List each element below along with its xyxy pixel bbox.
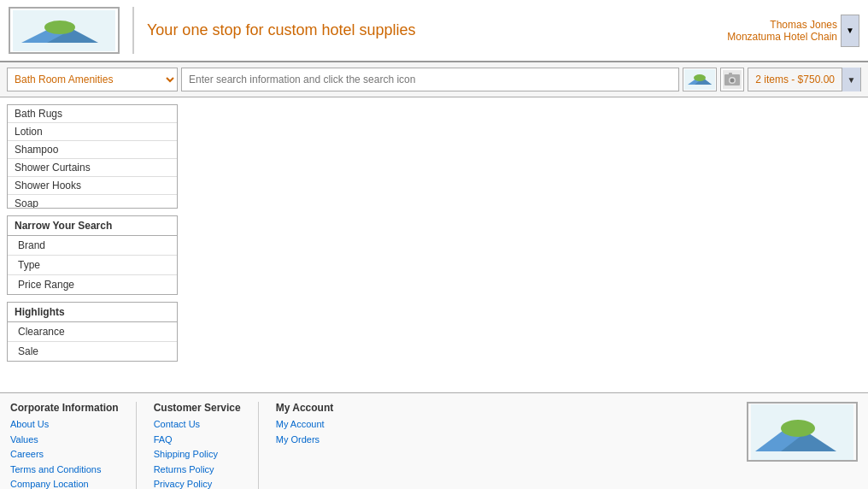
category-item[interactable]: Bath Rugs [8,105,177,123]
photo-icon-button[interactable] [720,68,744,91]
footer-link[interactable]: Values [10,433,119,448]
footer-link[interactable]: Careers [10,447,119,462]
svg-point-16 [781,420,815,437]
category-list[interactable]: Bath RugsLotionShampooShower CurtainsSho… [8,105,177,208]
user-info: Thomas Jones Monzatuma Hotel Chain [727,19,837,43]
svg-point-3 [44,21,75,34]
footer-link[interactable]: Returns Policy [154,462,241,478]
footer-section-title: Customer Service [154,402,241,414]
highlight-item[interactable]: Clearance [8,322,177,342]
footer-link[interactable]: My Account [276,417,334,433]
cart-dropdown-button[interactable]: ▼ [842,68,860,91]
narrow-item[interactable]: Price Range [8,275,177,294]
footer-link[interactable]: Terms and Conditions [10,462,119,478]
svg-point-7 [694,74,706,81]
footer-section: Corporate InformationAbout UsValuesCaree… [10,402,137,489]
svg-rect-12 [729,73,732,75]
main-content: Bath RugsLotionShampooShower CurtainsSho… [0,97,868,375]
footer-logo-area [747,402,858,462]
footer: Corporate InformationAbout UsValuesCaree… [0,392,868,489]
footer-section: My AccountMy AccountMy Orders [276,402,351,447]
footer-link[interactable]: Company Location [10,477,119,489]
svg-point-11 [730,79,735,83]
user-name: Thomas Jones [727,19,837,31]
narrow-search-box: Narrow Your Search BrandTypePrice Range [7,215,178,295]
footer-section-title: Corporate Information [10,402,119,414]
narrow-title: Narrow Your Search [8,216,177,236]
footer-link[interactable]: FAQ [154,433,241,448]
category-item[interactable]: Lotion [8,123,177,141]
header: Your one stop for custom hotel supplies … [0,0,868,62]
footer-link[interactable]: Shipping Policy [154,447,241,462]
category-list-box: Bath RugsLotionShampooShower CurtainsSho… [7,104,178,209]
search-input[interactable] [181,68,679,91]
category-select[interactable]: Bath Room Amenities [7,68,178,91]
user-dropdown-button[interactable]: ▼ [841,15,859,47]
footer-link[interactable]: Contact Us [154,417,241,433]
highlights-box: Highlights ClearanceSale [7,302,178,362]
search-bar: Bath Room Amenities 2 items - $750.00 ▼ [0,62,868,97]
footer-link[interactable]: Privacy Policy [154,477,241,489]
narrow-item[interactable]: Brand [8,236,177,256]
header-divider [132,7,134,54]
highlight-item[interactable]: Sale [8,342,177,361]
sidebar: Bath RugsLotionShampooShower CurtainsSho… [7,104,178,368]
footer-link[interactable]: About Us [10,417,119,433]
narrow-item[interactable]: Type [8,256,177,275]
highlights-title: Highlights [8,303,177,322]
search-icon-button[interactable] [683,68,717,91]
category-item[interactable]: Soap [8,195,177,208]
category-item[interactable]: Shampoo [8,141,177,159]
category-item[interactable]: Shower Hooks [8,177,177,195]
cart-area: 2 items - $750.00 ▼ [748,68,861,91]
footer-section: Customer ServiceContact UsFAQShipping Po… [154,402,259,489]
footer-section-title: My Account [276,402,334,414]
user-area: Thomas Jones Monzatuma Hotel Chain ▼ [727,15,859,47]
cart-text: 2 items - $750.00 [748,74,842,85]
header-logo [9,7,120,54]
footer-logo [747,402,858,462]
user-company: Monzatuma Hotel Chain [727,31,837,43]
footer-link[interactable]: My Orders [276,433,334,448]
header-tagline: Your one stop for custom hotel supplies [147,21,727,39]
category-item[interactable]: Shower Curtains [8,159,177,177]
